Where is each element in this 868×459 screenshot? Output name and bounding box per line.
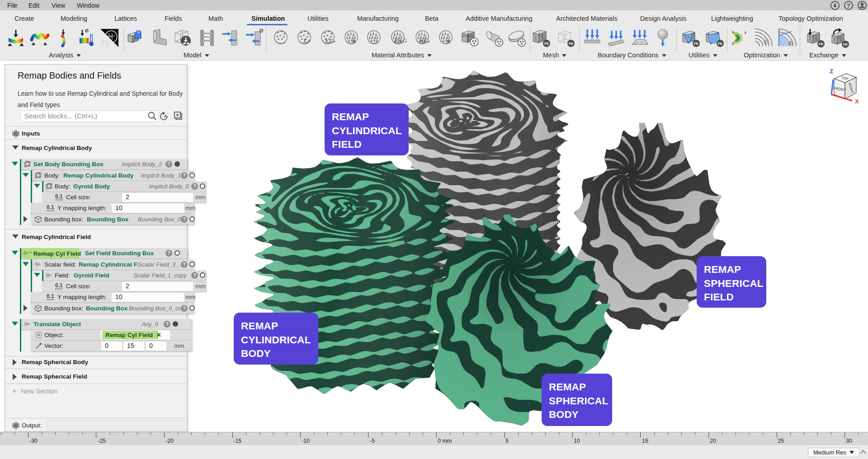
svg-text:α: α (447, 37, 450, 44)
svg-text:FE: FE (544, 42, 549, 46)
svg-text:FE: FE (569, 42, 574, 46)
svg-text:FE: FE (718, 42, 723, 46)
svg-text:E,ν: E,ν (303, 37, 311, 44)
svg-text:+: + (281, 36, 283, 42)
svg-text:FE: FE (819, 42, 824, 46)
svg-text:?: ? (847, 2, 850, 9)
svg-text:k,Cₚ: k,Cₚ (326, 37, 335, 44)
svg-text:+: + (109, 35, 112, 39)
svg-text:FE: FE (843, 42, 848, 47)
svg-text:Z: Z (830, 68, 833, 75)
svg-text:A: A (164, 114, 167, 118)
svg-text:α: α (353, 37, 356, 44)
svg-text:+: + (277, 36, 280, 42)
svg-text:k,Cₚ: k,Cₚ (420, 37, 430, 44)
svg-text:FE: FE (694, 42, 699, 46)
svg-text:X: X (855, 98, 859, 104)
svg-text:E,ν,G: E,ν,G (394, 37, 407, 44)
